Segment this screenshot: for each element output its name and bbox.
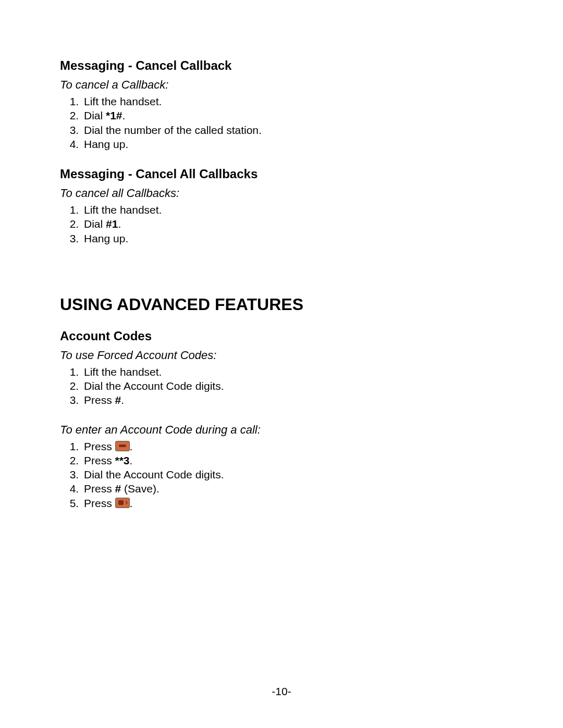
step-list: Lift the handset.Dial #1.Hang up. [60,203,503,245]
speaker-key-icon [115,498,130,508]
step-text: . [130,454,133,466]
step-item: Press . [82,497,503,510]
step-item: Press . [82,440,503,453]
handset-key-icon [115,441,130,451]
step-text: Press [84,454,115,466]
step-text: Press [84,440,115,452]
step-text: Hang up. [84,138,128,150]
section-subheading: To use Forced Account Codes: [60,349,503,362]
step-item: Press # (Save). [82,482,503,496]
step-text: Press [84,483,115,495]
page-number: -10- [0,685,563,698]
step-text: (Save). [121,483,160,495]
step-text: Lift the handset. [84,95,162,107]
document-page: Messaging - Cancel Callback To cancel a … [0,0,563,728]
section-heading: Messaging - Cancel All Callbacks [60,167,503,181]
step-item: Hang up. [82,138,503,151]
step-item: Lift the handset. [82,203,503,217]
step-text: Hang up. [84,232,128,244]
section-subheading: To enter an Account Code during a call: [60,423,503,437]
step-text: Dial the Account Code digits. [84,380,224,392]
step-text: Dial [84,109,106,121]
key-code: **3 [115,454,130,466]
chapter-heading: USING ADVANCED FEATURES [60,295,503,314]
section-subheading: To cancel all Callbacks: [60,187,503,200]
step-list: Lift the handset.Dial the Account Code d… [60,365,503,408]
step-item: Dial the Account Code digits. [82,379,503,393]
step-item: Press #. [82,393,503,407]
section-subheading: To cancel a Callback: [60,78,503,92]
key-code: # [115,394,121,406]
step-item: Dial *1#. [82,109,503,122]
step-item: Dial the number of the called station. [82,124,503,137]
step-list: Press .Press **3.Dial the Account Code d… [60,440,503,510]
section-heading: Account Codes [60,329,503,343]
step-text: Lift the handset. [84,366,162,378]
step-item: Lift the handset. [82,365,503,379]
step-item: Press **3. [82,454,503,467]
step-text: Lift the handset. [84,204,162,216]
step-list: Lift the handset.Dial *1#.Dial the numbe… [60,95,503,151]
step-text: Dial the Account Code digits. [84,468,224,480]
key-code: *1# [106,109,123,121]
step-item: Lift the handset. [82,95,503,108]
step-text: . [123,109,126,121]
step-text: Press [84,497,115,509]
key-code: # [115,483,121,495]
step-item: Dial #1. [82,217,503,231]
step-item: Hang up. [82,232,503,245]
key-code: #1 [106,218,118,230]
step-text: . [130,497,133,509]
step-text: . [118,218,121,230]
section-heading: Messaging - Cancel Callback [60,58,503,73]
step-text: Press [84,394,115,406]
step-item: Dial the Account Code digits. [82,468,503,482]
step-text: Dial the number of the called station. [84,124,262,136]
step-text: . [121,394,124,406]
step-text: Dial [84,218,106,230]
step-text: . [130,440,133,452]
